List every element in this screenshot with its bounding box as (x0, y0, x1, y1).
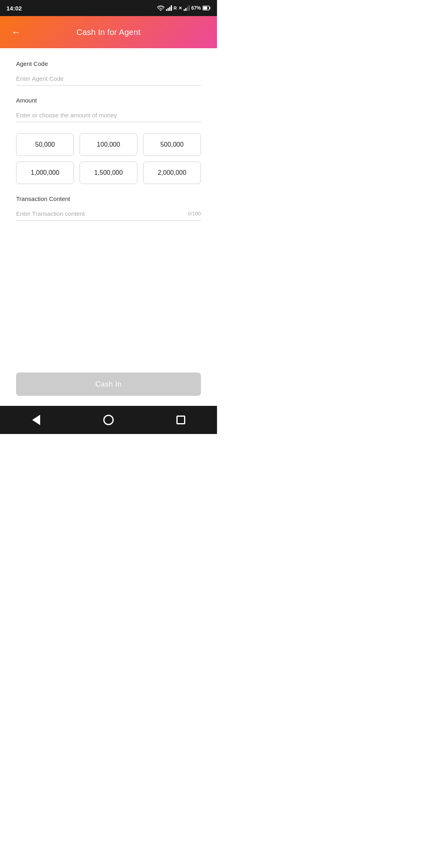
back-arrow-icon: ← (11, 27, 21, 38)
transaction-content-label: Transaction Content (16, 195, 201, 202)
back-triangle-icon (32, 415, 40, 425)
main-content: Agent Code Amount 50,000 100,000 500,000… (0, 48, 217, 221)
signal-icon (166, 5, 172, 11)
amount-btn-50000[interactable]: 50,000 (16, 133, 74, 156)
char-count: 0/100 (188, 211, 201, 217)
recent-square-icon (176, 416, 185, 424)
battery-indicator: 67% (191, 5, 201, 11)
status-bar: 14:02 R ✕ 67% (0, 0, 217, 16)
nav-back-button[interactable] (27, 411, 45, 429)
amount-label: Amount (16, 97, 201, 104)
amount-input[interactable] (16, 108, 201, 122)
home-circle-icon (103, 415, 114, 425)
agent-code-input[interactable] (16, 72, 201, 86)
header: ← Cash In for Agent (0, 16, 217, 48)
x-indicator: ✕ (178, 6, 182, 11)
battery-icon (203, 6, 211, 10)
status-time: 14:02 (6, 5, 22, 12)
amount-btn-100000[interactable]: 100,000 (80, 133, 137, 156)
nav-home-button[interactable] (100, 411, 117, 429)
amount-btn-500000[interactable]: 500,000 (143, 133, 201, 156)
back-button[interactable]: ← (8, 24, 24, 40)
signal-icon-2 (184, 5, 190, 11)
roaming-indicator: R (174, 6, 177, 10)
amount-presets-grid: 50,000 100,000 500,000 1,000,000 1,500,0… (16, 133, 201, 184)
agent-code-field-group: Agent Code (16, 60, 201, 86)
page-title: Cash In for Agent (76, 28, 141, 37)
amount-btn-2000000[interactable]: 2,000,000 (143, 162, 201, 184)
transaction-content-field-group: Transaction Content 0/100 (16, 195, 201, 221)
nav-bar (0, 406, 217, 434)
status-icons: R ✕ 67% (157, 5, 211, 11)
svg-rect-2 (210, 7, 211, 9)
nav-recent-button[interactable] (172, 411, 190, 429)
wifi-icon (157, 5, 164, 11)
cash-in-button-container: Cash In (16, 373, 201, 396)
svg-rect-1 (203, 7, 207, 10)
amount-btn-1000000[interactable]: 1,000,000 (16, 162, 74, 184)
amount-btn-1500000[interactable]: 1,500,000 (80, 162, 137, 184)
cash-in-button[interactable]: Cash In (16, 373, 201, 396)
agent-code-label: Agent Code (16, 60, 201, 67)
amount-field-group: Amount (16, 97, 201, 122)
transaction-content-input[interactable] (16, 207, 201, 221)
